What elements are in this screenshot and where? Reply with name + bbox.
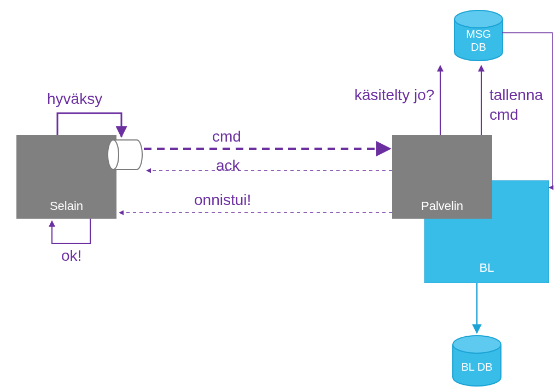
label-hyvaksy: hyväksy xyxy=(47,90,102,108)
label-onnistui: onnistui! xyxy=(194,191,251,209)
label-tallenna2: cmd xyxy=(489,106,518,124)
label-ok: ok! xyxy=(61,247,81,265)
connectors xyxy=(0,0,560,392)
label-kasitelty: käsitelty jo? xyxy=(354,86,434,104)
label-cmd: cmd xyxy=(212,128,241,145)
label-tallenna1: tallenna xyxy=(489,86,543,104)
arrow-ok xyxy=(52,219,90,243)
diagram-stage: BL Selain Palvelin MSG DB xyxy=(0,0,560,392)
arrow-hyvaksy xyxy=(57,113,121,137)
label-ack: ack xyxy=(216,157,240,174)
